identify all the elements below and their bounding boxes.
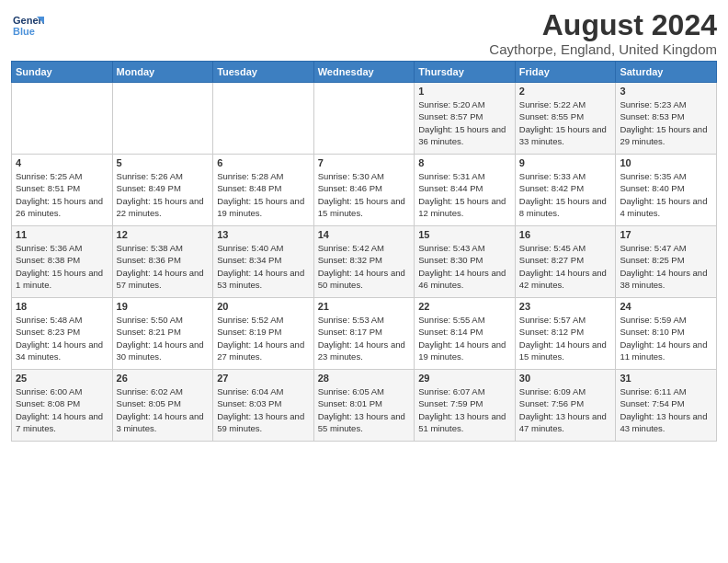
calendar-cell: 3 Sunrise: 5:23 AMSunset: 8:53 PMDayligh…	[616, 83, 717, 155]
day-number: 14	[318, 229, 411, 240]
day-info: Sunrise: 5:30 AMSunset: 8:46 PMDaylight:…	[318, 171, 405, 218]
day-info: Sunrise: 5:50 AMSunset: 8:21 PMDaylight:…	[117, 315, 204, 362]
calendar-cell: 16 Sunrise: 5:45 AMSunset: 8:27 PMDaylig…	[515, 226, 616, 298]
calendar-cell: 20 Sunrise: 5:52 AMSunset: 8:19 PMDaylig…	[213, 298, 314, 370]
day-number: 29	[418, 373, 511, 384]
calendar-table: Sunday Monday Tuesday Wednesday Thursday…	[11, 61, 717, 442]
calendar-cell: 12 Sunrise: 5:38 AMSunset: 8:36 PMDaylig…	[112, 226, 213, 298]
day-number: 16	[519, 229, 612, 240]
day-info: Sunrise: 6:00 AMSunset: 8:08 PMDaylight:…	[16, 386, 103, 433]
calendar-cell: 25 Sunrise: 6:00 AMSunset: 8:08 PMDaylig…	[12, 370, 113, 442]
calendar-cell: 24 Sunrise: 5:59 AMSunset: 8:10 PMDaylig…	[616, 298, 717, 370]
day-number: 31	[620, 373, 712, 384]
calendar-cell: 11 Sunrise: 5:36 AMSunset: 8:38 PMDaylig…	[12, 226, 113, 298]
day-info: Sunrise: 6:04 AMSunset: 8:03 PMDaylight:…	[217, 386, 304, 433]
calendar-week-0: 1 Sunrise: 5:20 AMSunset: 8:57 PMDayligh…	[12, 83, 717, 155]
col-wednesday: Wednesday	[313, 62, 415, 83]
calendar-cell: 28 Sunrise: 6:05 AMSunset: 8:01 PMDaylig…	[313, 370, 415, 442]
day-info: Sunrise: 5:22 AMSunset: 8:55 PMDaylight:…	[519, 99, 607, 146]
col-saturday: Saturday	[616, 62, 717, 83]
day-number: 20	[217, 301, 310, 312]
day-info: Sunrise: 5:59 AMSunset: 8:10 PMDaylight:…	[620, 315, 707, 362]
title-block: August 2024 Caythorpe, England, United K…	[489, 9, 717, 57]
col-friday: Friday	[515, 62, 616, 83]
col-thursday: Thursday	[415, 62, 516, 83]
calendar-cell: 17 Sunrise: 5:47 AMSunset: 8:25 PMDaylig…	[616, 226, 717, 298]
day-info: Sunrise: 5:48 AMSunset: 8:23 PMDaylight:…	[16, 315, 103, 362]
subtitle: Caythorpe, England, United Kingdom	[489, 41, 717, 57]
day-number: 22	[418, 301, 511, 312]
day-info: Sunrise: 5:42 AMSunset: 8:32 PMDaylight:…	[318, 243, 405, 290]
calendar-week-2: 11 Sunrise: 5:36 AMSunset: 8:38 PMDaylig…	[12, 226, 717, 298]
day-number: 4	[16, 157, 108, 168]
calendar-week-3: 18 Sunrise: 5:48 AMSunset: 8:23 PMDaylig…	[12, 298, 717, 370]
day-info: Sunrise: 5:28 AMSunset: 8:48 PMDaylight:…	[217, 171, 304, 218]
day-number: 9	[519, 157, 612, 168]
logo-icon: General Blue	[11, 9, 44, 42]
page-container: General Blue August 2024 Caythorpe, Engl…	[0, 0, 728, 449]
calendar-header: Sunday Monday Tuesday Wednesday Thursday…	[12, 62, 717, 83]
calendar-cell	[213, 83, 314, 155]
calendar-cell: 13 Sunrise: 5:40 AMSunset: 8:34 PMDaylig…	[213, 226, 314, 298]
day-number: 27	[217, 373, 310, 384]
day-number: 30	[519, 373, 612, 384]
calendar-cell: 9 Sunrise: 5:33 AMSunset: 8:42 PMDayligh…	[515, 155, 616, 226]
day-info: Sunrise: 5:55 AMSunset: 8:14 PMDaylight:…	[418, 315, 506, 362]
calendar-cell: 15 Sunrise: 5:43 AMSunset: 8:30 PMDaylig…	[415, 226, 516, 298]
day-info: Sunrise: 5:31 AMSunset: 8:44 PMDaylight:…	[418, 171, 506, 218]
day-info: Sunrise: 6:11 AMSunset: 7:54 PMDaylight:…	[620, 386, 707, 433]
calendar-cell	[112, 83, 213, 155]
calendar-cell: 7 Sunrise: 5:30 AMSunset: 8:46 PMDayligh…	[313, 155, 415, 226]
day-number: 24	[620, 301, 712, 312]
main-title: August 2024	[489, 9, 717, 41]
day-info: Sunrise: 5:53 AMSunset: 8:17 PMDaylight:…	[318, 315, 405, 362]
calendar-cell: 31 Sunrise: 6:11 AMSunset: 7:54 PMDaylig…	[616, 370, 717, 442]
day-number: 18	[16, 301, 108, 312]
day-info: Sunrise: 5:45 AMSunset: 8:27 PMDaylight:…	[519, 243, 607, 290]
day-info: Sunrise: 5:47 AMSunset: 8:25 PMDaylight:…	[620, 243, 707, 290]
day-info: Sunrise: 6:02 AMSunset: 8:05 PMDaylight:…	[117, 386, 204, 433]
day-info: Sunrise: 5:36 AMSunset: 8:38 PMDaylight:…	[16, 243, 103, 290]
logo: General Blue	[11, 9, 44, 42]
day-info: Sunrise: 5:43 AMSunset: 8:30 PMDaylight:…	[418, 243, 506, 290]
day-number: 15	[418, 229, 511, 240]
calendar-cell: 29 Sunrise: 6:07 AMSunset: 7:59 PMDaylig…	[415, 370, 516, 442]
day-info: Sunrise: 5:38 AMSunset: 8:36 PMDaylight:…	[117, 243, 204, 290]
calendar-cell: 26 Sunrise: 6:02 AMSunset: 8:05 PMDaylig…	[112, 370, 213, 442]
calendar-cell: 2 Sunrise: 5:22 AMSunset: 8:55 PMDayligh…	[515, 83, 616, 155]
calendar-cell	[313, 83, 415, 155]
day-number: 8	[418, 157, 511, 168]
calendar-cell: 5 Sunrise: 5:26 AMSunset: 8:49 PMDayligh…	[112, 155, 213, 226]
day-number: 21	[318, 301, 411, 312]
day-info: Sunrise: 5:35 AMSunset: 8:40 PMDaylight:…	[620, 171, 707, 218]
calendar-cell: 21 Sunrise: 5:53 AMSunset: 8:17 PMDaylig…	[313, 298, 415, 370]
day-number: 2	[519, 86, 612, 97]
header: General Blue August 2024 Caythorpe, Engl…	[11, 9, 717, 57]
calendar-week-1: 4 Sunrise: 5:25 AMSunset: 8:51 PMDayligh…	[12, 155, 717, 226]
day-number: 3	[620, 86, 712, 97]
calendar-cell: 30 Sunrise: 6:09 AMSunset: 7:56 PMDaylig…	[515, 370, 616, 442]
calendar-cell: 27 Sunrise: 6:04 AMSunset: 8:03 PMDaylig…	[213, 370, 314, 442]
calendar-cell: 19 Sunrise: 5:50 AMSunset: 8:21 PMDaylig…	[112, 298, 213, 370]
day-number: 5	[117, 157, 210, 168]
col-sunday: Sunday	[12, 62, 113, 83]
day-info: Sunrise: 5:20 AMSunset: 8:57 PMDaylight:…	[418, 99, 506, 146]
day-number: 11	[16, 229, 108, 240]
day-number: 13	[217, 229, 310, 240]
calendar-cell	[12, 83, 113, 155]
calendar-cell: 22 Sunrise: 5:55 AMSunset: 8:14 PMDaylig…	[415, 298, 516, 370]
day-info: Sunrise: 5:26 AMSunset: 8:49 PMDaylight:…	[117, 171, 204, 218]
col-tuesday: Tuesday	[213, 62, 314, 83]
calendar-cell: 23 Sunrise: 5:57 AMSunset: 8:12 PMDaylig…	[515, 298, 616, 370]
calendar-cell: 4 Sunrise: 5:25 AMSunset: 8:51 PMDayligh…	[12, 155, 113, 226]
day-number: 12	[117, 229, 210, 240]
calendar-week-4: 25 Sunrise: 6:00 AMSunset: 8:08 PMDaylig…	[12, 370, 717, 442]
day-number: 26	[117, 373, 210, 384]
day-info: Sunrise: 6:07 AMSunset: 7:59 PMDaylight:…	[418, 386, 506, 433]
day-number: 7	[318, 157, 411, 168]
calendar-cell: 18 Sunrise: 5:48 AMSunset: 8:23 PMDaylig…	[12, 298, 113, 370]
day-info: Sunrise: 5:33 AMSunset: 8:42 PMDaylight:…	[519, 171, 607, 218]
header-row: Sunday Monday Tuesday Wednesday Thursday…	[12, 62, 717, 83]
day-number: 25	[16, 373, 108, 384]
day-number: 6	[217, 157, 310, 168]
